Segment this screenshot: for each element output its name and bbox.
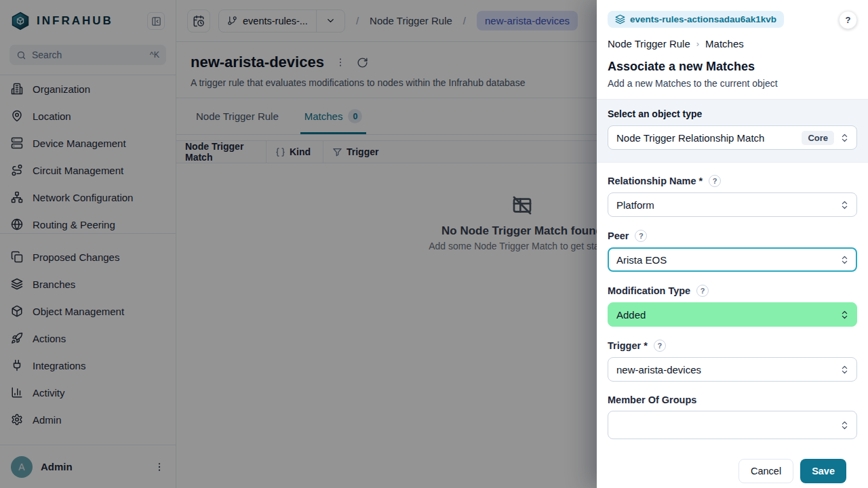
drawer-header: events-rules-actionsadau6ak1kvb ? Node T…	[597, 0, 868, 99]
field-label: Relationship Name *	[608, 176, 703, 186]
help-button[interactable]: ?	[839, 11, 857, 29]
cancel-button[interactable]: Cancel	[738, 459, 793, 483]
chevrons-up-down-icon	[840, 420, 850, 430]
app-root: INFRAHUB Search ^K Organization Locatio	[0, 0, 868, 488]
chevrons-up-down-icon	[840, 200, 850, 210]
associate-matches-drawer: events-rules-actionsadau6ak1kvb ? Node T…	[597, 0, 868, 488]
drawer-form: Relationship Name * ? Platform Peer ? Ar…	[597, 163, 868, 483]
field-label: Trigger *	[608, 340, 648, 351]
drawer-title: Associate a new Matches	[608, 60, 857, 74]
select-value: Added	[616, 309, 834, 321]
help-icon[interactable]: ?	[654, 340, 666, 352]
relationship-name-select[interactable]: Platform	[608, 192, 857, 217]
chevrons-up-down-icon	[840, 133, 850, 143]
help-icon[interactable]: ?	[709, 175, 721, 187]
field-member-of-groups: Member Of Groups	[608, 394, 857, 439]
drawer-subtitle: Add a new Matches to the current object	[608, 78, 857, 89]
trigger-select[interactable]: new-arista-devices	[608, 357, 857, 382]
core-badge: Core	[802, 131, 834, 145]
peer-select[interactable]: Arista EOS	[608, 247, 857, 272]
help-icon[interactable]: ?	[696, 285, 709, 297]
modification-type-select[interactable]: Added	[608, 302, 857, 327]
object-type-label: Select an object type	[608, 108, 857, 119]
branch-badge: events-rules-actionsadau6ak1kvb	[608, 11, 784, 28]
select-value: new-arista-devices	[616, 364, 834, 375]
chevrons-up-down-icon	[840, 255, 850, 265]
chevrons-up-down-icon	[840, 310, 850, 320]
field-modification-type: Modification Type ? Added	[608, 285, 857, 327]
drawer-breadcrumb-item[interactable]: Node Trigger Rule	[608, 38, 690, 49]
object-type-value: Node Trigger Relationship Match	[616, 132, 796, 144]
drawer-breadcrumb: Node Trigger Rule › Matches	[608, 38, 857, 49]
save-button[interactable]: Save	[800, 459, 846, 483]
select-value: Arista EOS	[616, 254, 834, 266]
drawer-footer: Cancel Save	[608, 452, 857, 483]
select-value: Platform	[616, 199, 834, 211]
chevrons-up-down-icon	[840, 365, 850, 375]
help-icon[interactable]: ?	[635, 230, 647, 242]
object-type-section: Select an object type Node Trigger Relat…	[597, 99, 868, 163]
field-peer: Peer ? Arista EOS	[608, 230, 857, 272]
breadcrumb-separator: ›	[696, 39, 699, 49]
field-label: Modification Type	[608, 285, 690, 296]
object-type-select[interactable]: Node Trigger Relationship Match Core	[608, 125, 857, 150]
branch-badge-label: events-rules-actionsadau6ak1kvb	[630, 14, 776, 24]
field-relationship-name: Relationship Name * ? Platform	[608, 175, 857, 217]
drawer-breadcrumb-item[interactable]: Matches	[705, 38, 744, 49]
field-trigger: Trigger * ? new-arista-devices	[608, 340, 857, 382]
layers-icon	[615, 14, 625, 24]
field-label: Member Of Groups	[608, 394, 696, 405]
member-of-groups-select[interactable]	[608, 411, 857, 439]
field-label: Peer	[608, 230, 629, 241]
